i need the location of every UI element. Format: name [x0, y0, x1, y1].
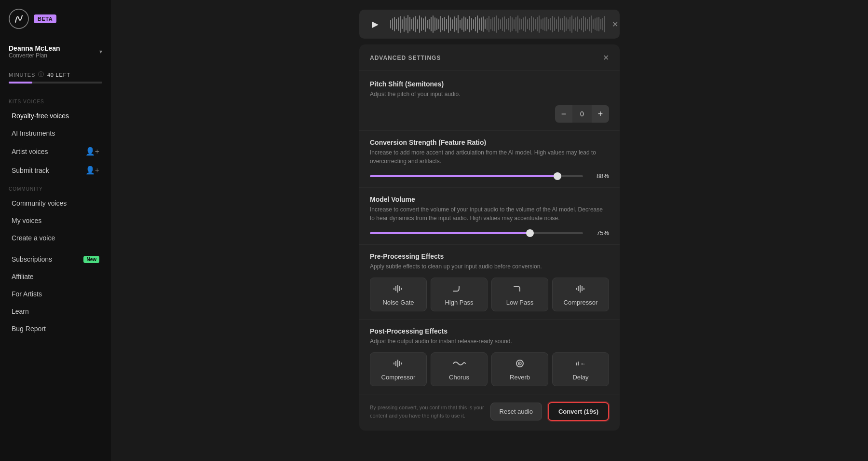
- noise-gate-label: Noise Gate: [382, 299, 414, 306]
- chorus-button[interactable]: Chorus: [431, 352, 488, 386]
- sidebar-item-ai-instruments[interactable]: AI Instruments: [3, 125, 108, 142]
- minutes-section: MINUTES ⓘ 40 left: [0, 67, 111, 92]
- compressor-post-button[interactable]: Compressor: [370, 352, 427, 386]
- sidebar-item-community-voices[interactable]: Community voices: [3, 195, 108, 212]
- svg-rect-8: [580, 285, 581, 293]
- sidebar-item-affiliate[interactable]: Affiliate: [3, 268, 108, 285]
- post-processing-effects-grid: Compressor Chorus Reverb: [370, 352, 609, 386]
- sidebar-item-for-artists[interactable]: For Artists: [3, 285, 108, 303]
- sidebar-item-label: Bug Report: [12, 325, 46, 333]
- sidebar-item-label: Learn: [12, 307, 29, 315]
- pitch-stepper: − 0 +: [555, 105, 609, 123]
- low-pass-icon: [513, 284, 527, 296]
- add-person-icon-2: 👤+: [85, 166, 99, 175]
- minutes-label: MINUTES: [9, 72, 35, 78]
- convert-button[interactable]: Convert (19s): [548, 402, 609, 421]
- reset-audio-button[interactable]: Reset audio: [490, 403, 542, 420]
- high-pass-label: High Pass: [445, 299, 473, 306]
- pitch-increment-button[interactable]: +: [592, 105, 609, 123]
- main-content: ▶ ✕ ADVANCED SETTINGS ✕ Pitch Shift (Sem…: [111, 0, 868, 461]
- sidebar-item-submit-track[interactable]: Submit track 👤+: [3, 161, 108, 180]
- svg-rect-11: [393, 363, 394, 364]
- close-player-button[interactable]: ✕: [612, 20, 618, 29]
- pitch-decrement-button[interactable]: −: [555, 105, 572, 123]
- sidebar-item-my-voices[interactable]: My voices: [3, 212, 108, 229]
- low-pass-button[interactable]: Low Pass: [491, 278, 548, 311]
- app-logo: [9, 9, 29, 29]
- waveform-display: [390, 15, 605, 33]
- sidebar-item-royalty-free-voices[interactable]: Royalty-free voices: [3, 107, 108, 125]
- sidebar-item-label: Royalty-free voices: [12, 112, 69, 120]
- advanced-settings-header: ADVANCED SETTINGS ✕: [359, 44, 620, 70]
- kits-voices-section-label: KITS VOICES: [0, 92, 111, 107]
- bottom-actions: By pressing convert, you confirm that th…: [359, 394, 620, 423]
- model-volume-desc: Increase to convert the volume of your i…: [370, 205, 609, 223]
- post-processing-section: Post-Processing Effects Adjust the outpu…: [359, 320, 620, 394]
- pre-processing-effects-grid: Noise Gate High Pass Low Pass: [370, 278, 609, 311]
- svg-rect-15: [401, 363, 402, 364]
- new-badge: New: [83, 256, 99, 263]
- svg-rect-4: [399, 286, 400, 291]
- model-volume-thumb[interactable]: [526, 229, 534, 237]
- pitch-shift-section: Pitch Shift (Semitones) Adjust the pitch…: [359, 72, 620, 131]
- noise-gate-icon: [393, 284, 404, 296]
- sidebar-item-create-a-voice[interactable]: Create a voice: [3, 229, 108, 247]
- model-volume-value: 75%: [589, 229, 609, 237]
- model-volume-section: Model Volume Increase to convert the vol…: [359, 188, 620, 245]
- delay-button[interactable]: Delay: [552, 352, 609, 386]
- chorus-icon: [452, 359, 466, 371]
- minutes-count: 40 left: [47, 72, 70, 78]
- conversion-strength-section: Conversion Strength (Feature Ratio) Incr…: [359, 131, 620, 188]
- sidebar-item-label: AI Instruments: [12, 129, 55, 137]
- reverb-button[interactable]: Reverb: [491, 352, 548, 386]
- sidebar-item-label: Submit track: [12, 167, 49, 174]
- compressor-post-label: Compressor: [381, 374, 416, 381]
- conversion-strength-thumb[interactable]: [554, 172, 561, 180]
- compressor-post-icon: [393, 359, 404, 371]
- sidebar-item-label: Artist voices: [12, 148, 48, 155]
- svg-rect-13: [397, 360, 398, 367]
- svg-rect-21: [582, 363, 583, 365]
- noise-gate-button[interactable]: Noise Gate: [370, 278, 427, 311]
- reverb-icon: [514, 359, 526, 371]
- sidebar-item-label: My voices: [12, 217, 41, 224]
- minutes-bar: [9, 82, 102, 84]
- info-icon: ⓘ: [38, 70, 44, 79]
- chevron-down-icon: ▾: [99, 48, 102, 55]
- pitch-shift-label: Pitch Shift (Semitones): [370, 80, 609, 88]
- svg-rect-6: [576, 288, 577, 290]
- advanced-settings-close-button[interactable]: ✕: [603, 53, 609, 62]
- logo-area: BETA: [0, 9, 111, 39]
- compressor-pre-button[interactable]: Compressor: [552, 278, 609, 311]
- model-volume-slider[interactable]: [370, 232, 583, 234]
- pitch-shift-desc: Adjust the pitch of your input audio.: [370, 90, 609, 98]
- reverb-label: Reverb: [510, 374, 530, 381]
- user-menu[interactable]: Deanna McLean Converter Plan ▾: [0, 39, 111, 67]
- play-button[interactable]: ▶: [367, 16, 383, 32]
- compressor-pre-icon: [575, 284, 586, 296]
- user-plan: Converter Plan: [9, 52, 60, 59]
- sidebar-item-label: Subscriptions: [12, 255, 52, 263]
- conversion-strength-label: Conversion Strength (Feature Ratio): [370, 139, 609, 146]
- high-pass-button[interactable]: High Pass: [431, 278, 488, 311]
- svg-rect-9: [582, 286, 583, 291]
- community-section-label: COMMUNITY: [0, 180, 111, 195]
- sidebar-item-bug-report[interactable]: Bug Report: [3, 320, 108, 337]
- sidebar-item-artist-voices[interactable]: Artist voices 👤+: [3, 142, 108, 161]
- model-volume-label: Model Volume: [370, 196, 609, 203]
- svg-rect-19: [576, 363, 577, 365]
- svg-rect-12: [395, 361, 396, 366]
- svg-rect-14: [399, 361, 400, 366]
- conversion-strength-value: 88%: [589, 172, 609, 180]
- svg-rect-22: [583, 363, 584, 365]
- svg-rect-3: [397, 285, 398, 293]
- sidebar-item-label: Create a voice: [12, 234, 55, 242]
- sidebar-item-subscriptions[interactable]: Subscriptions New: [3, 251, 108, 268]
- post-processing-desc: Adjust the output audio for instant rele…: [370, 337, 609, 346]
- sidebar-item-learn[interactable]: Learn: [3, 303, 108, 320]
- conversion-strength-slider[interactable]: [370, 175, 583, 177]
- post-processing-label: Post-Processing Effects: [370, 327, 609, 335]
- advanced-settings-title: ADVANCED SETTINGS: [370, 55, 441, 61]
- svg-rect-10: [583, 288, 584, 290]
- low-pass-label: Low Pass: [506, 299, 533, 306]
